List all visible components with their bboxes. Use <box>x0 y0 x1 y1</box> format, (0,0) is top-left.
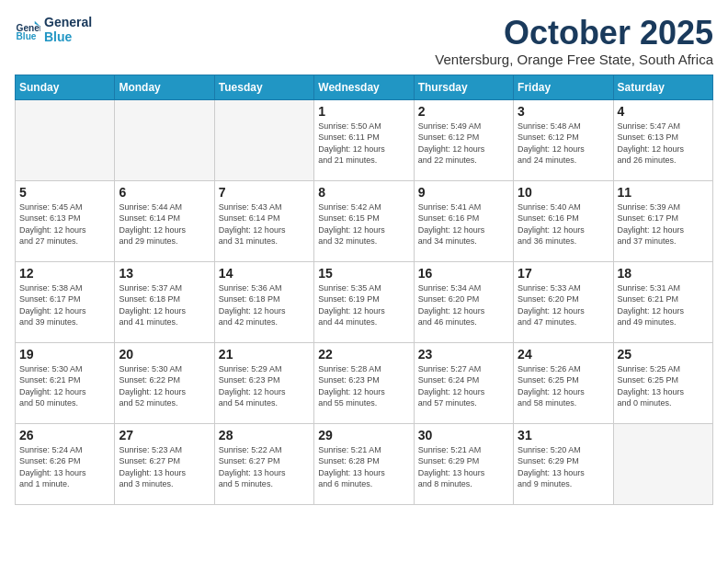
day-number: 21 <box>219 347 310 362</box>
calendar-week-row: 5Sunrise: 5:45 AM Sunset: 6:13 PM Daylig… <box>16 180 713 261</box>
day-info: Sunrise: 5:31 AM Sunset: 6:21 PM Dayligh… <box>618 282 709 328</box>
calendar-week-row: 19Sunrise: 5:30 AM Sunset: 6:21 PM Dayli… <box>16 342 713 423</box>
calendar-day-cell <box>16 99 115 180</box>
calendar-week-row: 12Sunrise: 5:38 AM Sunset: 6:17 PM Dayli… <box>16 261 713 342</box>
day-number: 29 <box>318 428 409 442</box>
calendar-day-cell: 27Sunrise: 5:23 AM Sunset: 6:27 PM Dayli… <box>115 423 214 504</box>
calendar-day-cell: 6Sunrise: 5:44 AM Sunset: 6:14 PM Daylig… <box>115 180 214 261</box>
weekday-header-cell: Thursday <box>414 75 513 99</box>
calendar-day-cell: 3Sunrise: 5:48 AM Sunset: 6:12 PM Daylig… <box>514 99 613 180</box>
calendar-day-cell: 22Sunrise: 5:28 AM Sunset: 6:23 PM Dayli… <box>314 342 414 423</box>
day-number: 23 <box>418 347 509 362</box>
calendar-week-row: 1Sunrise: 5:50 AM Sunset: 6:11 PM Daylig… <box>16 99 713 180</box>
title-block: October 2025 Ventersburg, Orange Free St… <box>435 15 713 67</box>
day-info: Sunrise: 5:40 AM Sunset: 6:16 PM Dayligh… <box>518 201 609 247</box>
day-number: 28 <box>219 428 310 442</box>
day-info: Sunrise: 5:21 AM Sunset: 6:28 PM Dayligh… <box>318 444 409 490</box>
day-number: 12 <box>19 266 110 281</box>
calendar-day-cell: 4Sunrise: 5:47 AM Sunset: 6:13 PM Daylig… <box>613 99 712 180</box>
calendar-day-cell: 30Sunrise: 5:21 AM Sunset: 6:29 PM Dayli… <box>414 423 513 504</box>
day-info: Sunrise: 5:38 AM Sunset: 6:17 PM Dayligh… <box>19 282 110 328</box>
calendar-day-cell: 13Sunrise: 5:37 AM Sunset: 6:18 PM Dayli… <box>115 261 214 342</box>
day-info: Sunrise: 5:36 AM Sunset: 6:18 PM Dayligh… <box>219 282 310 328</box>
day-number: 14 <box>219 266 310 281</box>
calendar-day-cell: 18Sunrise: 5:31 AM Sunset: 6:21 PM Dayli… <box>613 261 712 342</box>
calendar-day-cell: 7Sunrise: 5:43 AM Sunset: 6:14 PM Daylig… <box>214 180 313 261</box>
calendar-day-cell: 12Sunrise: 5:38 AM Sunset: 6:17 PM Dayli… <box>16 261 115 342</box>
calendar-day-cell: 8Sunrise: 5:42 AM Sunset: 6:15 PM Daylig… <box>314 180 414 261</box>
day-number: 22 <box>318 347 409 362</box>
calendar-day-cell: 25Sunrise: 5:25 AM Sunset: 6:25 PM Dayli… <box>613 342 712 423</box>
day-number: 31 <box>518 428 609 442</box>
day-info: Sunrise: 5:43 AM Sunset: 6:14 PM Dayligh… <box>219 201 310 247</box>
day-number: 10 <box>518 185 609 200</box>
day-number: 1 <box>318 104 409 119</box>
day-number: 20 <box>119 347 210 362</box>
logo-icon: General Blue <box>15 17 40 42</box>
month-title: October 2025 <box>435 15 713 52</box>
weekday-header-cell: Tuesday <box>214 75 313 99</box>
calendar-body: 1Sunrise: 5:50 AM Sunset: 6:11 PM Daylig… <box>16 99 713 504</box>
calendar-day-cell: 14Sunrise: 5:36 AM Sunset: 6:18 PM Dayli… <box>214 261 313 342</box>
day-info: Sunrise: 5:30 AM Sunset: 6:22 PM Dayligh… <box>119 363 210 409</box>
calendar-day-cell: 24Sunrise: 5:26 AM Sunset: 6:25 PM Dayli… <box>514 342 613 423</box>
calendar-day-cell: 9Sunrise: 5:41 AM Sunset: 6:16 PM Daylig… <box>414 180 513 261</box>
day-number: 8 <box>318 185 409 200</box>
day-info: Sunrise: 5:24 AM Sunset: 6:26 PM Dayligh… <box>19 444 110 490</box>
day-number: 4 <box>618 104 709 119</box>
day-number: 25 <box>618 347 709 362</box>
day-info: Sunrise: 5:44 AM Sunset: 6:14 PM Dayligh… <box>119 201 210 247</box>
svg-text:Blue: Blue <box>17 31 37 41</box>
calendar-table: SundayMondayTuesdayWednesdayThursdayFrid… <box>15 75 713 505</box>
calendar-day-cell: 20Sunrise: 5:30 AM Sunset: 6:22 PM Dayli… <box>115 342 214 423</box>
day-info: Sunrise: 5:47 AM Sunset: 6:13 PM Dayligh… <box>618 121 709 167</box>
calendar-day-cell <box>115 99 214 180</box>
day-info: Sunrise: 5:35 AM Sunset: 6:19 PM Dayligh… <box>318 282 409 328</box>
day-number: 19 <box>19 347 110 362</box>
day-info: Sunrise: 5:28 AM Sunset: 6:23 PM Dayligh… <box>318 363 409 409</box>
day-info: Sunrise: 5:33 AM Sunset: 6:20 PM Dayligh… <box>518 282 609 328</box>
day-number: 27 <box>119 428 210 442</box>
calendar-day-cell <box>214 99 313 180</box>
calendar-day-cell: 31Sunrise: 5:20 AM Sunset: 6:29 PM Dayli… <box>514 423 613 504</box>
day-number: 11 <box>618 185 709 200</box>
day-info: Sunrise: 5:49 AM Sunset: 6:12 PM Dayligh… <box>418 121 509 167</box>
day-info: Sunrise: 5:27 AM Sunset: 6:24 PM Dayligh… <box>418 363 509 409</box>
day-number: 3 <box>518 104 609 119</box>
calendar-day-cell: 17Sunrise: 5:33 AM Sunset: 6:20 PM Dayli… <box>514 261 613 342</box>
weekday-header-cell: Sunday <box>16 75 115 99</box>
day-number: 17 <box>518 266 609 281</box>
calendar-day-cell: 5Sunrise: 5:45 AM Sunset: 6:13 PM Daylig… <box>16 180 115 261</box>
day-info: Sunrise: 5:23 AM Sunset: 6:27 PM Dayligh… <box>119 444 210 490</box>
day-number: 6 <box>119 185 210 200</box>
day-info: Sunrise: 5:42 AM Sunset: 6:15 PM Dayligh… <box>318 201 409 247</box>
day-number: 18 <box>618 266 709 281</box>
weekday-header-row: SundayMondayTuesdayWednesdayThursdayFrid… <box>16 75 713 99</box>
calendar-day-cell: 16Sunrise: 5:34 AM Sunset: 6:20 PM Dayli… <box>414 261 513 342</box>
day-number: 24 <box>518 347 609 362</box>
day-info: Sunrise: 5:29 AM Sunset: 6:23 PM Dayligh… <box>219 363 310 409</box>
day-number: 9 <box>418 185 509 200</box>
calendar-day-cell: 15Sunrise: 5:35 AM Sunset: 6:19 PM Dayli… <box>314 261 414 342</box>
calendar-day-cell: 19Sunrise: 5:30 AM Sunset: 6:21 PM Dayli… <box>16 342 115 423</box>
day-number: 30 <box>418 428 509 442</box>
weekday-header-cell: Saturday <box>613 75 712 99</box>
day-number: 2 <box>418 104 509 119</box>
day-info: Sunrise: 5:39 AM Sunset: 6:17 PM Dayligh… <box>618 201 709 247</box>
day-info: Sunrise: 5:34 AM Sunset: 6:20 PM Dayligh… <box>418 282 509 328</box>
day-info: Sunrise: 5:25 AM Sunset: 6:25 PM Dayligh… <box>618 363 709 409</box>
weekday-header-cell: Monday <box>115 75 214 99</box>
weekday-header-cell: Wednesday <box>314 75 414 99</box>
day-info: Sunrise: 5:48 AM Sunset: 6:12 PM Dayligh… <box>518 121 609 167</box>
day-number: 13 <box>119 266 210 281</box>
day-info: Sunrise: 5:21 AM Sunset: 6:29 PM Dayligh… <box>418 444 509 490</box>
logo: General Blue General Blue <box>15 15 92 44</box>
weekday-header-cell: Friday <box>514 75 613 99</box>
day-info: Sunrise: 5:30 AM Sunset: 6:21 PM Dayligh… <box>19 363 110 409</box>
day-info: Sunrise: 5:37 AM Sunset: 6:18 PM Dayligh… <box>119 282 210 328</box>
day-number: 16 <box>418 266 509 281</box>
calendar-day-cell: 11Sunrise: 5:39 AM Sunset: 6:17 PM Dayli… <box>613 180 712 261</box>
day-info: Sunrise: 5:41 AM Sunset: 6:16 PM Dayligh… <box>418 201 509 247</box>
day-info: Sunrise: 5:45 AM Sunset: 6:13 PM Dayligh… <box>19 201 110 247</box>
calendar-day-cell: 21Sunrise: 5:29 AM Sunset: 6:23 PM Dayli… <box>214 342 313 423</box>
